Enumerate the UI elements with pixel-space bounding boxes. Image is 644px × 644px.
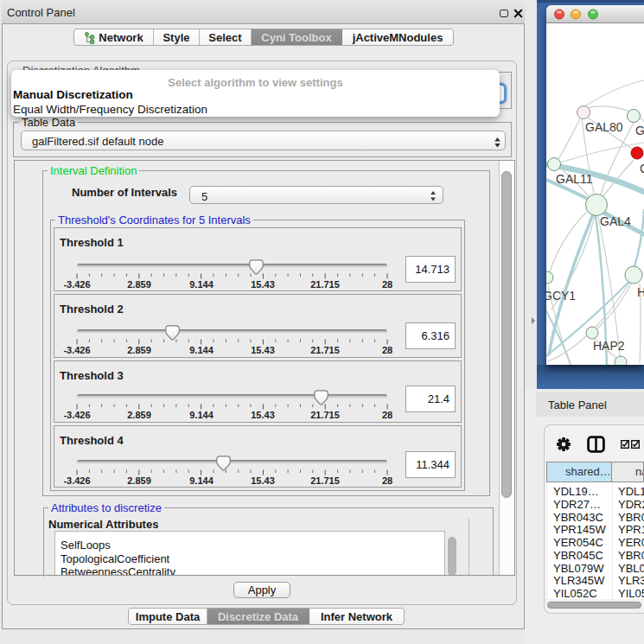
svg-text:GAL11: GAL11: [556, 172, 593, 186]
svg-text:HAP2: HAP2: [593, 339, 625, 353]
svg-text:GAL4: GAL4: [600, 214, 631, 228]
svg-text:CA: CA: [640, 162, 644, 175]
svg-text:GAL80: GAL80: [585, 120, 623, 134]
svg-text:GAL7: GAL7: [635, 124, 644, 137]
svg-text:GCY1: GCY1: [546, 289, 576, 303]
svg-text:HA: HA: [637, 285, 644, 299]
